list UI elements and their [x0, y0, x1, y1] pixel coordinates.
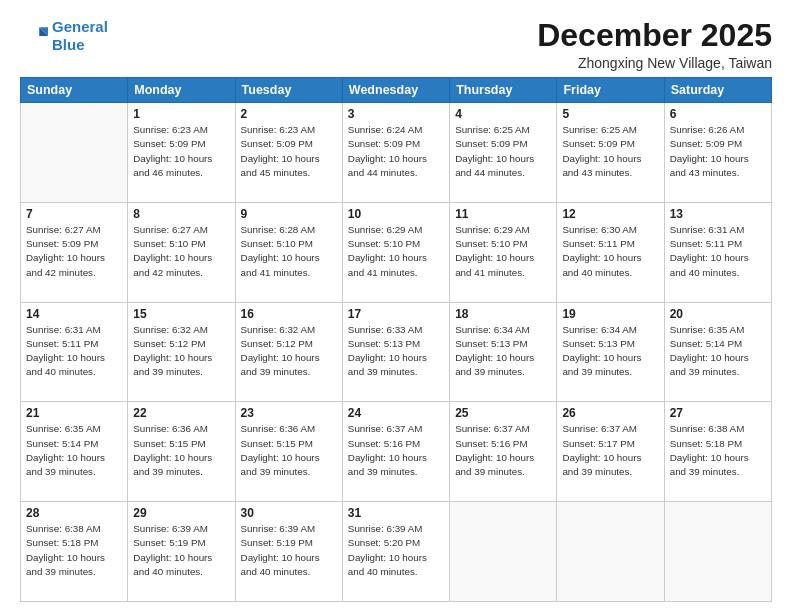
- day-info: Sunrise: 6:24 AMSunset: 5:09 PMDaylight:…: [348, 123, 444, 180]
- month-title: December 2025: [537, 18, 772, 53]
- day-number: 22: [133, 406, 229, 420]
- table-row: 18Sunrise: 6:34 AMSunset: 5:13 PMDayligh…: [450, 302, 557, 402]
- day-number: 5: [562, 107, 658, 121]
- day-info: Sunrise: 6:34 AMSunset: 5:13 PMDaylight:…: [455, 323, 551, 380]
- table-row: 26Sunrise: 6:37 AMSunset: 5:17 PMDayligh…: [557, 402, 664, 502]
- day-number: 19: [562, 307, 658, 321]
- day-info: Sunrise: 6:37 AMSunset: 5:17 PMDaylight:…: [562, 422, 658, 479]
- calendar-week-row: 28Sunrise: 6:38 AMSunset: 5:18 PMDayligh…: [21, 502, 772, 602]
- day-number: 9: [241, 207, 337, 221]
- table-row: [21, 103, 128, 203]
- day-info: Sunrise: 6:38 AMSunset: 5:18 PMDaylight:…: [670, 422, 766, 479]
- day-number: 26: [562, 406, 658, 420]
- day-number: 7: [26, 207, 122, 221]
- day-info: Sunrise: 6:35 AMSunset: 5:14 PMDaylight:…: [670, 323, 766, 380]
- day-number: 14: [26, 307, 122, 321]
- day-info: Sunrise: 6:36 AMSunset: 5:15 PMDaylight:…: [241, 422, 337, 479]
- calendar-week-row: 21Sunrise: 6:35 AMSunset: 5:14 PMDayligh…: [21, 402, 772, 502]
- calendar-week-row: 1Sunrise: 6:23 AMSunset: 5:09 PMDaylight…: [21, 103, 772, 203]
- day-number: 12: [562, 207, 658, 221]
- day-number: 21: [26, 406, 122, 420]
- logo: General Blue: [20, 18, 108, 54]
- day-number: 17: [348, 307, 444, 321]
- table-row: [450, 502, 557, 602]
- table-row: 6Sunrise: 6:26 AMSunset: 5:09 PMDaylight…: [664, 103, 771, 203]
- day-info: Sunrise: 6:32 AMSunset: 5:12 PMDaylight:…: [241, 323, 337, 380]
- day-number: 27: [670, 406, 766, 420]
- day-number: 24: [348, 406, 444, 420]
- day-number: 25: [455, 406, 551, 420]
- page: General Blue December 2025 Zhongxing New…: [0, 0, 792, 612]
- day-info: Sunrise: 6:31 AMSunset: 5:11 PMDaylight:…: [26, 323, 122, 380]
- table-row: 9Sunrise: 6:28 AMSunset: 5:10 PMDaylight…: [235, 202, 342, 302]
- table-row: [664, 502, 771, 602]
- logo-text: General Blue: [52, 18, 108, 54]
- day-info: Sunrise: 6:27 AMSunset: 5:09 PMDaylight:…: [26, 223, 122, 280]
- table-row: 29Sunrise: 6:39 AMSunset: 5:19 PMDayligh…: [128, 502, 235, 602]
- table-row: 2Sunrise: 6:23 AMSunset: 5:09 PMDaylight…: [235, 103, 342, 203]
- header: General Blue December 2025 Zhongxing New…: [20, 18, 772, 71]
- day-info: Sunrise: 6:32 AMSunset: 5:12 PMDaylight:…: [133, 323, 229, 380]
- table-row: 27Sunrise: 6:38 AMSunset: 5:18 PMDayligh…: [664, 402, 771, 502]
- day-info: Sunrise: 6:38 AMSunset: 5:18 PMDaylight:…: [26, 522, 122, 579]
- header-tuesday: Tuesday: [235, 78, 342, 103]
- day-info: Sunrise: 6:25 AMSunset: 5:09 PMDaylight:…: [562, 123, 658, 180]
- table-row: 4Sunrise: 6:25 AMSunset: 5:09 PMDaylight…: [450, 103, 557, 203]
- day-info: Sunrise: 6:33 AMSunset: 5:13 PMDaylight:…: [348, 323, 444, 380]
- table-row: 24Sunrise: 6:37 AMSunset: 5:16 PMDayligh…: [342, 402, 449, 502]
- title-area: December 2025 Zhongxing New Village, Tai…: [537, 18, 772, 71]
- day-info: Sunrise: 6:23 AMSunset: 5:09 PMDaylight:…: [241, 123, 337, 180]
- day-number: 20: [670, 307, 766, 321]
- day-info: Sunrise: 6:39 AMSunset: 5:19 PMDaylight:…: [133, 522, 229, 579]
- day-number: 30: [241, 506, 337, 520]
- table-row: 16Sunrise: 6:32 AMSunset: 5:12 PMDayligh…: [235, 302, 342, 402]
- table-row: 23Sunrise: 6:36 AMSunset: 5:15 PMDayligh…: [235, 402, 342, 502]
- table-row: 20Sunrise: 6:35 AMSunset: 5:14 PMDayligh…: [664, 302, 771, 402]
- table-row: 22Sunrise: 6:36 AMSunset: 5:15 PMDayligh…: [128, 402, 235, 502]
- day-number: 4: [455, 107, 551, 121]
- table-row: 1Sunrise: 6:23 AMSunset: 5:09 PMDaylight…: [128, 103, 235, 203]
- day-number: 31: [348, 506, 444, 520]
- day-info: Sunrise: 6:36 AMSunset: 5:15 PMDaylight:…: [133, 422, 229, 479]
- calendar-week-row: 7Sunrise: 6:27 AMSunset: 5:09 PMDaylight…: [21, 202, 772, 302]
- day-number: 6: [670, 107, 766, 121]
- day-number: 13: [670, 207, 766, 221]
- table-row: 25Sunrise: 6:37 AMSunset: 5:16 PMDayligh…: [450, 402, 557, 502]
- table-row: [557, 502, 664, 602]
- day-info: Sunrise: 6:37 AMSunset: 5:16 PMDaylight:…: [455, 422, 551, 479]
- table-row: 17Sunrise: 6:33 AMSunset: 5:13 PMDayligh…: [342, 302, 449, 402]
- calendar-week-row: 14Sunrise: 6:31 AMSunset: 5:11 PMDayligh…: [21, 302, 772, 402]
- day-info: Sunrise: 6:28 AMSunset: 5:10 PMDaylight:…: [241, 223, 337, 280]
- logo-line1: General: [52, 18, 108, 35]
- day-info: Sunrise: 6:35 AMSunset: 5:14 PMDaylight:…: [26, 422, 122, 479]
- calendar-header-row: Sunday Monday Tuesday Wednesday Thursday…: [21, 78, 772, 103]
- table-row: 19Sunrise: 6:34 AMSunset: 5:13 PMDayligh…: [557, 302, 664, 402]
- table-row: 10Sunrise: 6:29 AMSunset: 5:10 PMDayligh…: [342, 202, 449, 302]
- day-number: 8: [133, 207, 229, 221]
- day-info: Sunrise: 6:27 AMSunset: 5:10 PMDaylight:…: [133, 223, 229, 280]
- header-monday: Monday: [128, 78, 235, 103]
- table-row: 7Sunrise: 6:27 AMSunset: 5:09 PMDaylight…: [21, 202, 128, 302]
- table-row: 11Sunrise: 6:29 AMSunset: 5:10 PMDayligh…: [450, 202, 557, 302]
- day-number: 15: [133, 307, 229, 321]
- day-number: 28: [26, 506, 122, 520]
- header-sunday: Sunday: [21, 78, 128, 103]
- calendar-table: Sunday Monday Tuesday Wednesday Thursday…: [20, 77, 772, 602]
- day-info: Sunrise: 6:39 AMSunset: 5:19 PMDaylight:…: [241, 522, 337, 579]
- day-number: 18: [455, 307, 551, 321]
- table-row: 3Sunrise: 6:24 AMSunset: 5:09 PMDaylight…: [342, 103, 449, 203]
- header-wednesday: Wednesday: [342, 78, 449, 103]
- day-number: 1: [133, 107, 229, 121]
- header-friday: Friday: [557, 78, 664, 103]
- logo-line2: Blue: [52, 36, 108, 54]
- day-info: Sunrise: 6:31 AMSunset: 5:11 PMDaylight:…: [670, 223, 766, 280]
- day-info: Sunrise: 6:26 AMSunset: 5:09 PMDaylight:…: [670, 123, 766, 180]
- day-info: Sunrise: 6:34 AMSunset: 5:13 PMDaylight:…: [562, 323, 658, 380]
- header-thursday: Thursday: [450, 78, 557, 103]
- day-info: Sunrise: 6:37 AMSunset: 5:16 PMDaylight:…: [348, 422, 444, 479]
- day-number: 10: [348, 207, 444, 221]
- table-row: 13Sunrise: 6:31 AMSunset: 5:11 PMDayligh…: [664, 202, 771, 302]
- table-row: 28Sunrise: 6:38 AMSunset: 5:18 PMDayligh…: [21, 502, 128, 602]
- day-number: 11: [455, 207, 551, 221]
- day-number: 23: [241, 406, 337, 420]
